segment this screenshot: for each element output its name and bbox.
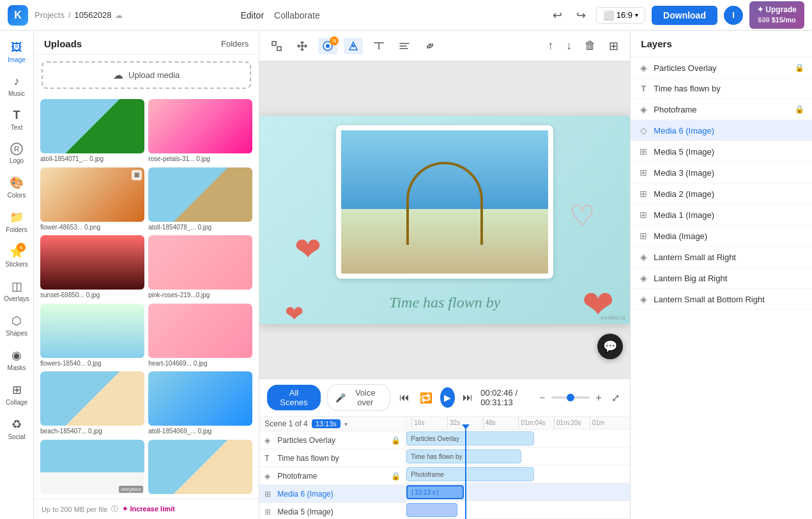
folders-button[interactable]: Folders	[221, 39, 249, 49]
list-item[interactable]: atoll-1854078_... 0.jpg	[148, 167, 252, 232]
layer-item-photoframe[interactable]: ◈ Photoframe 🔒	[631, 99, 812, 120]
layer-item-media1[interactable]: ⊞ Media 1 (Image)	[631, 205, 812, 226]
list-item[interactable]: storybloc	[40, 440, 144, 495]
sidebar-item-text[interactable]: T Text	[1, 104, 32, 136]
layer-item-lantern-small-bottom[interactable]: ◈ Lantern Small at Bottom Right	[631, 289, 812, 310]
crop-tool-button[interactable]	[267, 38, 286, 54]
breadcrumb: Projects / 10562028 ☁	[34, 10, 123, 20]
list-item[interactable]: heart-104669... 0.jpg	[148, 304, 252, 368]
layer-name-lantern-big-right: Lantern Big at Right	[654, 274, 804, 283]
sidebar-label-logo: Logo	[10, 157, 24, 164]
play-button[interactable]: ▶	[440, 387, 455, 408]
cloud-icon: ☁	[115, 11, 123, 20]
layer-item-media[interactable]: ⊞ Media (Image)	[631, 226, 812, 247]
text-tool-button[interactable]	[369, 38, 388, 54]
media-badge: storybloc	[119, 486, 143, 493]
layer-item-time-text[interactable]: T Time has flown by	[631, 79, 812, 99]
sidebar-item-image[interactable]: 🖼 Image	[1, 36, 32, 68]
track-block-media5[interactable]	[406, 503, 457, 517]
track-block-particles[interactable]: Particles Overlay	[406, 431, 534, 445]
layer-item-media6[interactable]: ◇ Media 6 (Image)	[631, 120, 812, 141]
sidebar-item-overlays[interactable]: ◫ Overlays	[1, 274, 32, 307]
list-item[interactable]: atoll-1854071_... 0.jpg	[40, 99, 144, 164]
media-filename: atoll-1854078_... 0.jpg	[148, 224, 252, 231]
layer-item-lantern-big-right[interactable]: ◈ Lantern Big at Right	[631, 268, 812, 289]
upgrade-button[interactable]: ✦ Upgrade $30 $15/mo	[749, 1, 804, 28]
zoom-out-button[interactable]: －	[537, 391, 548, 405]
playhead[interactable]	[465, 430, 466, 519]
sidebar-item-folders[interactable]: 📁 Folders	[1, 205, 32, 238]
upload-info: Up to 200 MB per file ⓘ ✦ Increase limit	[34, 499, 259, 519]
list-item[interactable]: rose-petals-31... 0.jpg	[148, 99, 252, 164]
loop-button[interactable]: 🔁	[417, 389, 435, 407]
fullscreen-timeline-button[interactable]: ⤢	[609, 389, 622, 407]
heart-decoration-2: ❤	[285, 301, 303, 324]
app-logo[interactable]: K	[8, 5, 28, 26]
layer-item-media5[interactable]: ⊞ Media 5 (Image)	[631, 141, 812, 162]
sidebar-item-collage[interactable]: ⊞ Collage	[1, 378, 32, 411]
timeline-ruler: 16s 32s 48s 01m:04s 01m:20s 01m	[406, 417, 630, 430]
layer-name-time-text: Time has flown by	[654, 84, 804, 93]
block-handle-left: |	[411, 489, 413, 496]
track-label-media5[interactable]: ⊞ Media 5 (Image)	[259, 503, 406, 519]
layer-name-media3: Media 3 (Image)	[654, 168, 804, 178]
all-scenes-button[interactable]: All Scenes	[267, 385, 320, 410]
upload-media-button[interactable]: ☁ Upload media	[42, 61, 251, 89]
redo-button[interactable]: ↪	[572, 6, 590, 25]
link-tool-button[interactable]	[420, 38, 440, 54]
canvas-frame[interactable]: ❤ ❤ ♡ ❤ Time has flown by in	[259, 116, 630, 324]
upload-canvas-button[interactable]: ↑	[544, 36, 557, 56]
logo-icon: R	[10, 143, 23, 155]
track-block-media6[interactable]: | 13:13 s |	[406, 485, 464, 499]
track-label-particles[interactable]: ◈ Particles Overlay 🔒	[259, 431, 406, 449]
aspect-ratio-icon: ⬜	[603, 10, 614, 20]
sidebar-item-social[interactable]: ♻ Social	[1, 412, 32, 445]
list-item[interactable]: sunset-69850... 0.jpg	[40, 235, 144, 300]
list-item[interactable]: ⊞ flower-48653... 0.png	[40, 167, 144, 232]
delete-canvas-button[interactable]: 🗑	[581, 36, 600, 56]
sidebar-item-music[interactable]: ♪ Music	[1, 70, 32, 102]
align-tool-button[interactable]	[395, 38, 414, 54]
sidebar-item-colors[interactable]: 🎨 Colors	[1, 171, 32, 204]
skip-back-button[interactable]: ⏮	[397, 389, 412, 406]
move-tool-button[interactable]	[293, 38, 312, 54]
sidebar-item-shapes[interactable]: ⬡ Shapes	[1, 309, 32, 342]
download-button[interactable]: Download	[652, 6, 717, 25]
ruler-mark-16s: 16s	[411, 417, 447, 429]
list-item[interactable]: beach-185407... 0.jpg	[40, 371, 144, 436]
track-block-photoframe[interactable]: Photoframe	[406, 467, 534, 481]
track-block-time-text[interactable]: Time has flown by	[406, 449, 521, 463]
track-label-photoframe[interactable]: ◈ Photoframe 🔒	[259, 467, 406, 485]
increase-limit-button[interactable]: ✦ Increase limit	[122, 505, 174, 513]
zoom-slider[interactable]	[551, 396, 590, 399]
list-item[interactable]: flowers-18540... 0.jpg	[40, 304, 144, 368]
layer-item-media2[interactable]: ⊞ Media 2 (Image)	[631, 183, 812, 205]
animation-button[interactable]	[344, 38, 363, 54]
scene-duration: 13:13s	[316, 420, 337, 428]
skip-forward-button[interactable]: ⏭	[460, 389, 475, 406]
track-label-time-text[interactable]: T Time has flown by	[259, 449, 406, 467]
chat-bubble-button[interactable]: 💬	[597, 334, 623, 359]
photo-frame[interactable]	[336, 125, 553, 279]
sidebar-item-logo[interactable]: R Logo	[1, 137, 32, 169]
projects-link[interactable]: Projects	[34, 10, 65, 20]
sidebar-item-stickers[interactable]: ⭐ N Stickers	[1, 240, 32, 273]
avatar[interactable]: I	[724, 6, 743, 25]
aspect-ratio-button[interactable]: ⬜ 16:9 ▾	[596, 7, 645, 24]
layer-item-particles[interactable]: ◈ Particles Overlay 🔒	[631, 58, 812, 79]
lock-icon-particles: 🔒	[795, 63, 804, 72]
layer-item-lantern-small-right[interactable]: ◈ Lantern Small at Right	[631, 247, 812, 268]
grid-view-button[interactable]: ⊞	[605, 36, 622, 56]
sidebar-item-masks[interactable]: ◉ Masks	[1, 343, 32, 376]
collaborate-button[interactable]: Collaborate	[274, 10, 320, 20]
list-item[interactable]	[148, 440, 252, 495]
undo-button[interactable]: ↩	[549, 6, 566, 25]
layer-item-media3[interactable]: ⊞ Media 3 (Image)	[631, 162, 812, 183]
track-label-media6[interactable]: ⊞ Media 6 (Image)	[259, 485, 406, 503]
sidebar-label-colors: Colors	[8, 192, 26, 199]
list-item[interactable]: pink-roses-219...0.jpg	[148, 235, 252, 300]
zoom-in-button[interactable]: ＋	[594, 391, 604, 405]
download-canvas-button[interactable]: ↓	[562, 36, 576, 56]
voice-over-button[interactable]: 🎤 Voice over	[327, 384, 390, 411]
list-item[interactable]: atoll-1854069_... 0.jpg	[148, 371, 252, 436]
